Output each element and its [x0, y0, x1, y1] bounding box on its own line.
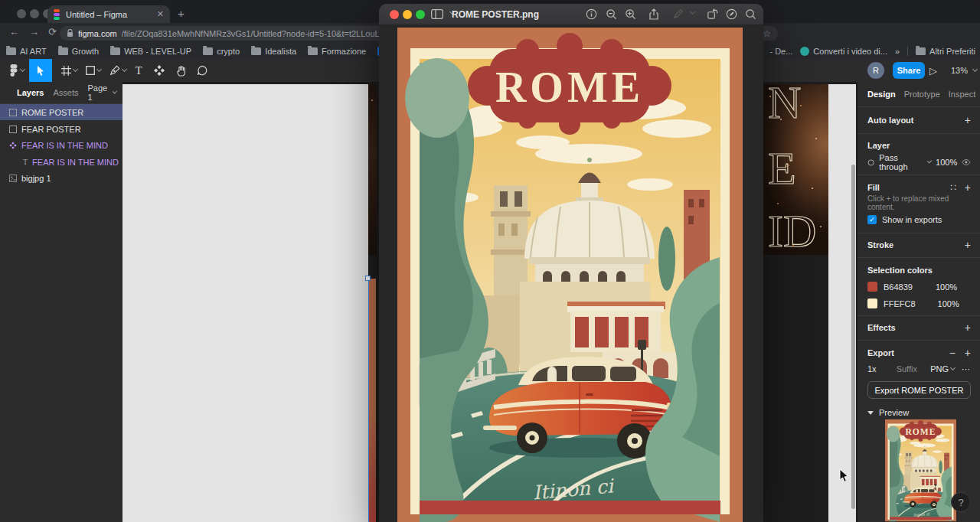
- share-icon[interactable]: [648, 8, 661, 21]
- page-selector[interactable]: Page 1: [88, 83, 117, 102]
- preview-minimize-button[interactable]: [403, 10, 412, 19]
- bookmark-crypto[interactable]: crypto: [203, 47, 240, 56]
- add-fill-button[interactable]: +: [965, 181, 971, 194]
- bookmark-idealista[interactable]: Idealista: [251, 47, 296, 56]
- forward-icon[interactable]: →: [29, 26, 39, 38]
- tab-prototype[interactable]: Prototype: [904, 90, 940, 99]
- present-button[interactable]: ▷: [929, 59, 937, 82]
- export-rome-poster-button[interactable]: Export ROME POSTER: [867, 381, 971, 399]
- collaborator-avatar[interactable]: R: [867, 62, 884, 79]
- selection-handle[interactable]: [365, 276, 371, 281]
- rome-poster-image: [397, 28, 743, 522]
- layer-row-text[interactable]: T FEAR IS IN THE MIND: [0, 154, 122, 170]
- hand-tool-button[interactable]: [170, 59, 191, 82]
- bookmark-star-icon[interactable]: ☆: [763, 28, 771, 39]
- fear-poster-fragment[interactable]: N E ID: [763, 84, 828, 255]
- bookmark-converti[interactable]: Converti i video di...: [800, 47, 887, 56]
- canvas-scrollbar[interactable]: [851, 165, 855, 509]
- move-tool-button[interactable]: [29, 59, 52, 82]
- screen: Untitled – Figma ✕ + ← → ⟳ figma.com /fi…: [0, 0, 980, 522]
- window-close-button[interactable]: [17, 9, 26, 18]
- remove-export-button[interactable]: −: [949, 347, 956, 359]
- bookmark-web-level-up[interactable]: WEB - LEVEL-UP: [110, 47, 191, 56]
- bookmarks-overflow-chevron[interactable]: »: [895, 47, 900, 56]
- new-tab-button[interactable]: +: [178, 7, 185, 20]
- chevron-down-icon: [122, 67, 127, 72]
- sidebar-toggle-icon[interactable]: [431, 9, 443, 21]
- show-in-exports-checkbox[interactable]: ✓: [867, 215, 877, 224]
- preview-close-button[interactable]: [390, 10, 399, 19]
- chevron-down-icon: [113, 89, 117, 93]
- blend-mode-dropdown[interactable]: Pass through: [879, 153, 920, 171]
- selection-color-row[interactable]: B64839 100%: [858, 280, 980, 293]
- selection-color-row[interactable]: FFEFC8 100%: [858, 297, 980, 310]
- color-swatch[interactable]: [867, 299, 877, 308]
- fear-poster-edge[interactable]: [368, 84, 377, 255]
- fear-letters-id: ID: [768, 206, 816, 255]
- markup-chevron-icon[interactable]: [690, 9, 695, 15]
- folder-icon: [110, 47, 120, 55]
- layer-row-fear-poster[interactable]: FEAR POSTER: [0, 121, 122, 137]
- export-format-dropdown[interactable]: PNG: [930, 364, 949, 374]
- bookmark-ai-art[interactable]: AI ART: [6, 47, 47, 56]
- add-stroke-button[interactable]: +: [965, 239, 971, 251]
- browser-tab[interactable]: Untitled – Figma ✕: [47, 5, 170, 23]
- share-button[interactable]: Share: [893, 62, 925, 79]
- white-artboard[interactable]: [122, 84, 368, 522]
- layer-row-component[interactable]: FEAR IS IN THE MIND: [0, 137, 122, 153]
- auto-layout-section: Auto layout +: [858, 112, 980, 129]
- markup-pen-icon[interactable]: [673, 8, 685, 21]
- info-icon[interactable]: [586, 8, 598, 21]
- bookmark-truncated[interactable]: - De...: [769, 47, 792, 56]
- main-menu-button[interactable]: [5, 59, 29, 82]
- rotate-icon[interactable]: [707, 8, 719, 21]
- preview-title-bar[interactable]: ROME POSTER.png: [379, 4, 763, 25]
- reload-icon[interactable]: ⟳: [48, 26, 57, 38]
- comment-tool-button[interactable]: [191, 59, 213, 82]
- tab-layers[interactable]: Layers: [17, 88, 44, 97]
- preview-window[interactable]: ROME POSTER.png: [379, 4, 763, 522]
- add-auto-layout-button[interactable]: +: [965, 114, 971, 126]
- component-tool-button[interactable]: [149, 59, 170, 82]
- rome-poster-edge-selected[interactable]: [368, 279, 376, 522]
- bookmark-altri-preferiti[interactable]: Altri Preferiti: [916, 47, 975, 56]
- folder-icon: [916, 47, 926, 55]
- zoom-out-icon[interactable]: [606, 8, 618, 21]
- layer-row-image[interactable]: bigjpg 1: [0, 170, 122, 186]
- tab-inspect[interactable]: Inspect: [949, 90, 975, 99]
- zoom-in-icon[interactable]: [625, 8, 637, 21]
- tab-design[interactable]: Design: [867, 90, 896, 99]
- fill-styles-icon[interactable]: ∷: [950, 182, 957, 193]
- preview-zoom-button[interactable]: [416, 10, 425, 19]
- annotate-icon[interactable]: [726, 8, 738, 21]
- export-more-options-icon[interactable]: ⋯: [962, 364, 971, 374]
- tab-close-icon[interactable]: ✕: [157, 9, 164, 19]
- shape-tool-button[interactable]: [81, 59, 106, 82]
- add-export-button[interactable]: +: [965, 347, 971, 359]
- mouse-cursor: [839, 468, 849, 483]
- export-suffix-input[interactable]: Suffix: [897, 364, 917, 374]
- folder-icon: [6, 47, 16, 55]
- export-scale-dropdown[interactable]: 1x: [867, 364, 877, 374]
- help-button[interactable]: ?: [951, 492, 971, 512]
- tab-assets[interactable]: Assets: [53, 88, 78, 97]
- layers-panel: Layers Assets Page 1 ROME POSTER FEAR PO…: [0, 82, 122, 522]
- zoom-level-dropdown[interactable]: 13%: [951, 59, 977, 82]
- component-icon: [9, 142, 17, 149]
- add-effect-button[interactable]: +: [965, 321, 971, 334]
- bookmark-growth[interactable]: Growth: [58, 47, 99, 56]
- layer-opacity-value[interactable]: 100%: [936, 158, 957, 167]
- visibility-eye-icon[interactable]: [962, 158, 971, 166]
- search-icon[interactable]: [745, 8, 757, 21]
- back-icon[interactable]: ←: [9, 26, 19, 38]
- frame-tool-button[interactable]: [57, 59, 81, 82]
- text-tool-button[interactable]: T: [129, 59, 149, 82]
- blend-mode-icon[interactable]: [867, 158, 874, 167]
- preview-section-header[interactable]: Preview: [858, 406, 980, 419]
- bookmark-formazione[interactable]: Formazione: [308, 47, 366, 56]
- folder-icon: [58, 47, 68, 55]
- pen-tool-button[interactable]: [106, 59, 130, 82]
- window-minimize-button[interactable]: [30, 9, 39, 18]
- color-swatch[interactable]: [867, 282, 877, 292]
- layer-row-rome-poster[interactable]: ROME POSTER: [0, 104, 122, 120]
